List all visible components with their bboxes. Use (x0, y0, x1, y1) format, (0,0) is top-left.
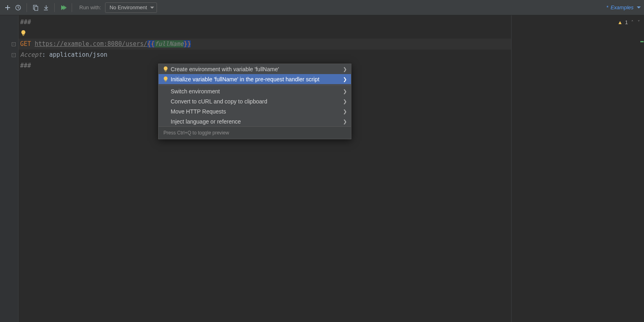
popup-separator (159, 85, 351, 85)
warning-count: 1 (625, 19, 628, 25)
intention-item-create-env[interactable]: Create environment with variable 'fullNa… (159, 64, 351, 74)
intention-item-label: Convert to cURL and copy to clipboard (171, 98, 343, 105)
marker-strip (639, 15, 644, 322)
intention-item-init-variable[interactable]: Initialize variable 'fullName' in the pr… (159, 74, 351, 84)
lightbulb-icon (163, 66, 171, 72)
gutter-row (0, 17, 18, 28)
toolbar: Run with: No Environment * Examples (0, 0, 644, 15)
header-value: application/json (49, 51, 107, 58)
chevron-right-icon: ❯ (343, 66, 347, 72)
editor-marker[interactable] (640, 41, 644, 42)
svg-rect-3 (23, 35, 24, 36)
prev-highlight-icon[interactable]: ˄ (630, 20, 634, 25)
intention-item-move-requests[interactable]: Move HTTP Requests ❯ (159, 106, 351, 116)
intention-item-convert-curl[interactable]: Convert to cURL and copy to clipboard ❯ (159, 96, 351, 106)
environment-select-value: No Environment (109, 4, 147, 10)
warning-icon: ▲ (617, 19, 623, 25)
inspection-widget[interactable]: ▲ 1 ˄ ˅ (617, 19, 641, 25)
http-method: GET (20, 40, 31, 47)
lightbulb-icon (163, 76, 171, 82)
examples-label: Examples (611, 4, 634, 10)
intention-item-switch-env[interactable]: Switch environment ❯ (159, 86, 351, 96)
import-icon[interactable] (41, 3, 50, 12)
history-icon[interactable] (14, 3, 23, 12)
code-line (19, 28, 511, 39)
run-with-label: Run with: (79, 4, 101, 10)
header-name: Accept (20, 51, 42, 58)
gutter-row[interactable]: − (0, 39, 18, 50)
run-all-icon[interactable] (59, 3, 68, 12)
intention-item-label: Move HTTP Requests (171, 108, 343, 115)
template-variable: {{fullName}} (147, 40, 191, 47)
chevron-right-icon: ❯ (343, 109, 347, 114)
code-line: Accept: application/json (19, 50, 511, 60)
fold-icon[interactable]: − (12, 53, 16, 57)
request-separator: ### (20, 19, 31, 26)
intention-item-label: Switch environment (171, 88, 343, 95)
chevron-right-icon: ❯ (343, 99, 347, 104)
environment-select[interactable]: No Environment (105, 2, 157, 13)
svg-rect-2 (35, 6, 38, 10)
gutter-row (0, 60, 18, 71)
lightbulb-icon[interactable] (20, 30, 27, 37)
header-sep: : (42, 51, 49, 58)
fold-icon[interactable]: − (12, 42, 16, 46)
gutter: − − (0, 15, 19, 322)
add-icon[interactable] (3, 3, 12, 12)
intention-item-label: Create environment with variable 'fullNa… (171, 66, 343, 72)
dropdown-caret-icon (150, 6, 154, 8)
intention-item-inject-language[interactable]: Inject language or reference ❯ (159, 116, 351, 126)
examples-dropdown[interactable]: * Examples (607, 4, 641, 10)
intention-popup: Create environment with variable 'fullNa… (158, 64, 351, 139)
right-rail: ▲ 1 ˄ ˅ (511, 15, 644, 322)
request-url: https://example.com:8080/users/ (35, 40, 147, 47)
gutter-row (0, 28, 18, 39)
copy-icon[interactable] (31, 3, 40, 12)
chevron-right-icon: ❯ (343, 119, 347, 124)
popup-footer-hint: Press Ctrl+Q to toggle preview (159, 126, 351, 139)
code-editor[interactable]: ### GET https://example.com:8080/users/{… (19, 15, 511, 322)
gutter-row[interactable]: − (0, 50, 18, 60)
svg-rect-5 (165, 81, 167, 82)
request-separator: ### (20, 62, 31, 69)
svg-rect-4 (165, 71, 167, 72)
editor-area: − − ### GET https://example.com:8080/use… (0, 15, 644, 322)
intention-item-label: Initialize variable 'fullName' in the pr… (171, 76, 343, 83)
code-line: ### (19, 17, 511, 28)
dropdown-caret-icon (637, 6, 641, 8)
intention-item-label: Inject language or reference (171, 118, 343, 125)
toolbar-separator (27, 3, 27, 12)
toolbar-separator (72, 3, 72, 12)
chevron-right-icon: ❯ (343, 76, 347, 82)
asterisk-icon: * (607, 4, 609, 10)
toolbar-separator (54, 3, 55, 12)
chevron-right-icon: ❯ (343, 89, 347, 94)
